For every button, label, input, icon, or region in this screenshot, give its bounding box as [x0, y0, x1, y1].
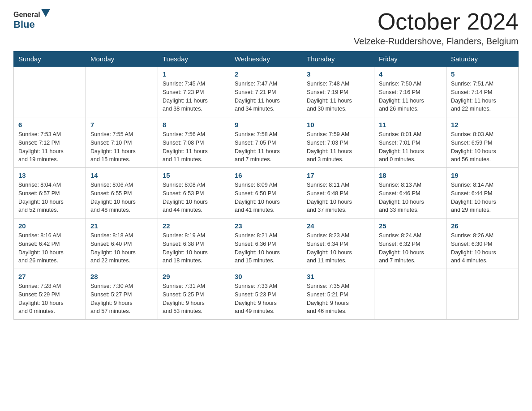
- calendar-cell: 3Sunrise: 7:48 AMSunset: 7:19 PMDaylight…: [302, 67, 374, 117]
- day-info: Sunrise: 7:50 AMSunset: 7:16 PMDaylight:…: [379, 80, 442, 113]
- calendar-cell: 18Sunrise: 8:13 AMSunset: 6:46 PMDayligh…: [374, 168, 446, 218]
- day-info: Sunrise: 8:11 AMSunset: 6:48 PMDaylight:…: [307, 181, 369, 214]
- calendar-cell: 5Sunrise: 7:51 AMSunset: 7:14 PMDaylight…: [446, 67, 519, 117]
- page-header: General Blue October 2024 Velzeke-Rudder…: [13, 9, 519, 47]
- logo-blue-text: Blue: [13, 19, 35, 30]
- weekday-header-row: SundayMondayTuesdayWednesdayThursdayFrid…: [14, 51, 519, 67]
- day-info: Sunrise: 8:04 AMSunset: 6:57 PMDaylight:…: [18, 181, 81, 214]
- calendar-cell: 29Sunrise: 7:31 AMSunset: 5:25 PMDayligh…: [158, 269, 230, 320]
- day-number: 22: [163, 222, 225, 230]
- day-info: Sunrise: 7:55 AMSunset: 7:10 PMDaylight:…: [90, 130, 153, 164]
- week-row-1: 1Sunrise: 7:45 AMSunset: 7:23 PMDaylight…: [14, 67, 519, 117]
- calendar-cell: 13Sunrise: 8:04 AMSunset: 6:57 PMDayligh…: [14, 168, 86, 218]
- day-info: Sunrise: 8:18 AMSunset: 6:40 PMDaylight:…: [90, 231, 153, 265]
- day-number: 9: [235, 121, 297, 128]
- day-info: Sunrise: 7:30 AMSunset: 5:27 PMDaylight:…: [90, 282, 153, 316]
- calendar-cell: 4Sunrise: 7:50 AMSunset: 7:16 PMDaylight…: [374, 67, 446, 117]
- calendar-cell: 26Sunrise: 8:26 AMSunset: 6:30 PMDayligh…: [446, 218, 519, 269]
- logo-triangle-icon: [41, 9, 50, 17]
- calendar-cell: [14, 67, 86, 117]
- calendar-cell: 19Sunrise: 8:14 AMSunset: 6:44 PMDayligh…: [446, 168, 519, 218]
- calendar-cell: 1Sunrise: 7:45 AMSunset: 7:23 PMDaylight…: [158, 67, 230, 117]
- calendar-cell: 12Sunrise: 8:03 AMSunset: 6:59 PMDayligh…: [446, 117, 519, 168]
- day-info: Sunrise: 8:13 AMSunset: 6:46 PMDaylight:…: [379, 181, 442, 214]
- day-number: 3: [307, 70, 369, 78]
- day-number: 27: [18, 273, 81, 280]
- day-number: 1: [163, 70, 225, 78]
- day-info: Sunrise: 7:28 AMSunset: 5:29 PMDaylight:…: [18, 282, 81, 316]
- calendar-cell: 8Sunrise: 7:56 AMSunset: 7:08 PMDaylight…: [158, 117, 230, 168]
- day-number: 31: [307, 273, 369, 280]
- weekday-header-monday: Monday: [86, 51, 158, 67]
- calendar-cell: 21Sunrise: 8:18 AMSunset: 6:40 PMDayligh…: [86, 218, 158, 269]
- day-info: Sunrise: 8:03 AMSunset: 6:59 PMDaylight:…: [451, 130, 514, 164]
- calendar-cell: 6Sunrise: 7:53 AMSunset: 7:12 PMDaylight…: [14, 117, 86, 168]
- day-info: Sunrise: 8:09 AMSunset: 6:50 PMDaylight:…: [235, 181, 297, 214]
- day-info: Sunrise: 8:01 AMSunset: 7:01 PMDaylight:…: [379, 130, 442, 164]
- day-info: Sunrise: 7:47 AMSunset: 7:21 PMDaylight:…: [235, 80, 297, 113]
- weekday-header-tuesday: Tuesday: [158, 51, 230, 67]
- day-number: 4: [379, 70, 442, 78]
- day-info: Sunrise: 8:24 AMSunset: 6:32 PMDaylight:…: [379, 231, 442, 265]
- day-number: 15: [163, 171, 225, 179]
- calendar-cell: 28Sunrise: 7:30 AMSunset: 5:27 PMDayligh…: [86, 269, 158, 320]
- week-row-5: 27Sunrise: 7:28 AMSunset: 5:29 PMDayligh…: [14, 269, 519, 320]
- weekday-header-sunday: Sunday: [14, 51, 86, 67]
- calendar-cell: 22Sunrise: 8:19 AMSunset: 6:38 PMDayligh…: [158, 218, 230, 269]
- calendar-cell: 24Sunrise: 8:23 AMSunset: 6:34 PMDayligh…: [302, 218, 374, 269]
- day-info: Sunrise: 7:35 AMSunset: 5:21 PMDaylight:…: [307, 282, 369, 316]
- day-info: Sunrise: 7:58 AMSunset: 7:05 PMDaylight:…: [235, 130, 297, 164]
- calendar-cell: 15Sunrise: 8:08 AMSunset: 6:53 PMDayligh…: [158, 168, 230, 218]
- day-info: Sunrise: 8:16 AMSunset: 6:42 PMDaylight:…: [18, 231, 81, 265]
- day-number: 12: [451, 121, 514, 128]
- day-info: Sunrise: 7:31 AMSunset: 5:25 PMDaylight:…: [163, 282, 225, 316]
- calendar-cell: 11Sunrise: 8:01 AMSunset: 7:01 PMDayligh…: [374, 117, 446, 168]
- day-info: Sunrise: 7:51 AMSunset: 7:14 PMDaylight:…: [451, 80, 514, 113]
- weekday-header-thursday: Thursday: [302, 51, 374, 67]
- day-number: 14: [90, 171, 153, 179]
- day-info: Sunrise: 7:33 AMSunset: 5:23 PMDaylight:…: [235, 282, 297, 316]
- logo-general-text: General: [13, 11, 40, 19]
- day-number: 20: [18, 222, 81, 230]
- day-number: 17: [307, 171, 369, 179]
- logo: General Blue: [13, 9, 51, 30]
- day-number: 26: [451, 222, 514, 230]
- week-row-4: 20Sunrise: 8:16 AMSunset: 6:42 PMDayligh…: [14, 218, 519, 269]
- day-number: 24: [307, 222, 369, 230]
- calendar-cell: 23Sunrise: 8:21 AMSunset: 6:36 PMDayligh…: [230, 218, 302, 269]
- calendar-cell: 7Sunrise: 7:55 AMSunset: 7:10 PMDaylight…: [86, 117, 158, 168]
- day-info: Sunrise: 8:26 AMSunset: 6:30 PMDaylight:…: [451, 231, 514, 265]
- week-row-2: 6Sunrise: 7:53 AMSunset: 7:12 PMDaylight…: [14, 117, 519, 168]
- day-info: Sunrise: 8:23 AMSunset: 6:34 PMDaylight:…: [307, 231, 369, 265]
- day-number: 10: [307, 121, 369, 128]
- day-info: Sunrise: 8:21 AMSunset: 6:36 PMDaylight:…: [235, 231, 297, 265]
- day-number: 8: [163, 121, 225, 128]
- calendar-table: SundayMondayTuesdayWednesdayThursdayFrid…: [13, 51, 519, 320]
- day-number: 30: [235, 273, 297, 280]
- calendar-cell: [86, 67, 158, 117]
- weekday-header-saturday: Saturday: [446, 51, 519, 67]
- day-number: 11: [379, 121, 442, 128]
- day-number: 23: [235, 222, 297, 230]
- day-info: Sunrise: 8:06 AMSunset: 6:55 PMDaylight:…: [90, 181, 153, 214]
- weekday-header-friday: Friday: [374, 51, 446, 67]
- calendar-cell: [446, 269, 519, 320]
- calendar-cell: 14Sunrise: 8:06 AMSunset: 6:55 PMDayligh…: [86, 168, 158, 218]
- day-number: 25: [379, 222, 442, 230]
- calendar-cell: 27Sunrise: 7:28 AMSunset: 5:29 PMDayligh…: [14, 269, 86, 320]
- calendar-cell: 25Sunrise: 8:24 AMSunset: 6:32 PMDayligh…: [374, 218, 446, 269]
- day-info: Sunrise: 7:53 AMSunset: 7:12 PMDaylight:…: [18, 130, 81, 164]
- weekday-header-wednesday: Wednesday: [230, 51, 302, 67]
- calendar-cell: 16Sunrise: 8:09 AMSunset: 6:50 PMDayligh…: [230, 168, 302, 218]
- day-number: 13: [18, 171, 81, 179]
- day-number: 5: [451, 70, 514, 78]
- day-info: Sunrise: 7:59 AMSunset: 7:03 PMDaylight:…: [307, 130, 369, 164]
- day-info: Sunrise: 7:56 AMSunset: 7:08 PMDaylight:…: [163, 130, 225, 164]
- day-number: 28: [90, 273, 153, 280]
- calendar-cell: [374, 269, 446, 320]
- calendar-cell: 31Sunrise: 7:35 AMSunset: 5:21 PMDayligh…: [302, 269, 374, 320]
- day-info: Sunrise: 8:14 AMSunset: 6:44 PMDaylight:…: [451, 181, 514, 214]
- day-number: 2: [235, 70, 297, 78]
- day-number: 18: [379, 171, 442, 179]
- day-number: 19: [451, 171, 514, 179]
